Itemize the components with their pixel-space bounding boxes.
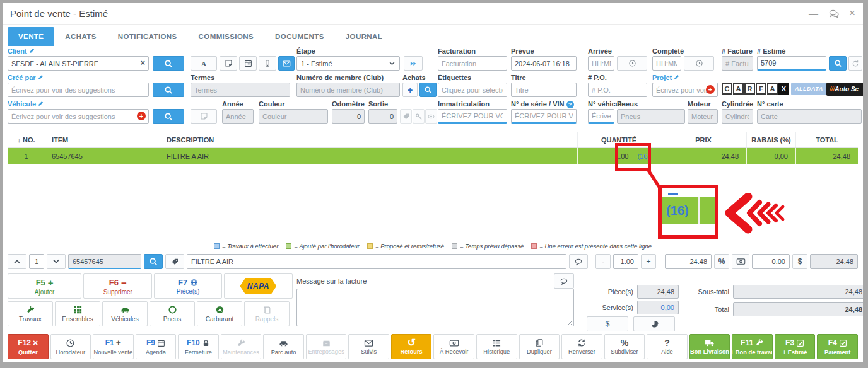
complete-input[interactable] xyxy=(652,56,681,71)
help-icon[interactable]: ? xyxy=(566,101,574,108)
row-up-button[interactable] xyxy=(8,254,26,269)
suivis-button[interactable]: Suivis xyxy=(348,334,389,359)
cree-par-label[interactable]: Créé par xyxy=(8,74,44,81)
item-number-input[interactable] xyxy=(68,254,141,269)
cree-par-search-button[interactable] xyxy=(153,83,184,97)
price-input[interactable] xyxy=(665,254,712,269)
client-directory-button[interactable]: A xyxy=(191,56,217,71)
achats-search-button[interactable] xyxy=(419,83,437,97)
agenda-button[interactable]: F9 Agenda xyxy=(136,334,177,359)
ensembles-button[interactable]: Ensembles xyxy=(55,301,100,326)
projet-add-icon[interactable]: + xyxy=(706,85,715,94)
item-search-button[interactable] xyxy=(144,254,163,269)
horodateur-button[interactable]: Horodateur xyxy=(50,334,91,359)
cree-par-input[interactable] xyxy=(8,83,149,97)
clear-client-icon[interactable]: × xyxy=(140,59,145,67)
autoserve-logo[interactable]: ///Auto Se xyxy=(826,83,868,96)
client-note-button[interactable] xyxy=(220,56,237,71)
subdiviser-button[interactable]: % Subdiviser xyxy=(604,334,645,359)
alldata-logo[interactable]: ALLDATA xyxy=(791,83,827,95)
client-mobile-button[interactable] xyxy=(259,56,276,71)
chat-icon[interactable] xyxy=(828,9,839,18)
retours-button[interactable]: ↺ Retours xyxy=(391,334,432,359)
f5-add-button[interactable]: F5+ Ajouter xyxy=(8,273,81,299)
table-row[interactable]: 1 65457645 FILTRE A AIR 1.00(16) 24,48 0… xyxy=(8,148,858,164)
prevue-input[interactable] xyxy=(511,56,577,71)
client-label[interactable]: Client xyxy=(8,47,35,55)
client-calendar-button[interactable] xyxy=(239,56,257,71)
paiement-button[interactable]: F4 Paiement xyxy=(817,334,858,359)
minimize-button[interactable]: — xyxy=(809,8,818,19)
tab-commissions[interactable]: COMMISSIONS xyxy=(188,27,264,46)
col-prix[interactable]: PRIX xyxy=(660,132,747,147)
vehicule-add-icon[interactable]: + xyxy=(137,112,146,120)
travaux-button[interactable]: Travaux xyxy=(8,301,53,326)
projet-label[interactable]: Projet xyxy=(652,74,680,81)
row-down-button[interactable] xyxy=(47,254,66,269)
eye-button[interactable] xyxy=(425,109,437,124)
carburant-button[interactable]: Carburant xyxy=(197,301,242,326)
client-email-button[interactable] xyxy=(278,56,295,71)
percent-button[interactable]: % xyxy=(714,254,729,269)
col-no[interactable]: ↓ NO. xyxy=(8,132,45,147)
col-description[interactable]: DESCRIPTION xyxy=(160,132,578,147)
tab-documents[interactable]: DOCUMENTS xyxy=(264,27,335,46)
col-quantite[interactable]: QUANTITÉ xyxy=(578,132,660,147)
col-item[interactable]: ITEM xyxy=(45,132,160,147)
quantity-note[interactable]: (16) xyxy=(637,152,650,160)
vehicule-input[interactable] xyxy=(8,109,149,124)
discount-input[interactable] xyxy=(752,254,790,269)
close-button[interactable]: × xyxy=(849,7,855,20)
tab-vente[interactable]: VENTE xyxy=(8,27,54,46)
etiquettes-input[interactable] xyxy=(438,83,507,97)
tab-achats[interactable]: ACHATS xyxy=(54,27,107,46)
estime-no-input[interactable] xyxy=(757,56,826,71)
historique-button[interactable]: Historique xyxy=(476,334,517,359)
qty-plus-button[interactable]: + xyxy=(641,254,656,269)
message-comment-button[interactable] xyxy=(554,273,574,289)
immatriculation-input[interactable] xyxy=(438,109,507,124)
carfax-logo[interactable]: CARFAX xyxy=(722,83,789,95)
estime-search-button[interactable] xyxy=(829,56,847,71)
vehicule-search-button[interactable] xyxy=(153,109,184,124)
vehicule-note-button[interactable] xyxy=(191,109,217,124)
arrivee-clock-button[interactable] xyxy=(617,56,647,71)
po-input[interactable] xyxy=(588,83,647,97)
col-total[interactable]: TOTAL xyxy=(796,132,858,147)
pneus-button[interactable]: Pneus xyxy=(150,301,195,326)
f7-parts-button[interactable]: F7 Pièce(s) xyxy=(154,273,221,299)
a-recevoir-button[interactable]: À Recevoir xyxy=(433,334,474,359)
facturation-input[interactable] xyxy=(438,56,507,71)
nouvelle-vente-button[interactable]: F1+ Nouvelle vente xyxy=(93,334,134,359)
key-button[interactable] xyxy=(413,109,425,124)
qty-minus-button[interactable]: - xyxy=(595,254,611,269)
description-input[interactable] xyxy=(187,254,566,269)
row-index-input[interactable] xyxy=(29,254,44,269)
dollar-button[interactable]: $ xyxy=(792,254,807,269)
no-vehicule-input[interactable] xyxy=(588,109,614,124)
bon-de-travail-button[interactable]: F11 + Bon de travail xyxy=(732,334,773,359)
fermeture-button[interactable]: F10 Fermeture xyxy=(178,334,219,359)
vehicules-button[interactable]: Véhicules xyxy=(102,301,148,326)
titre-input[interactable] xyxy=(511,83,577,97)
invoice-message-textarea[interactable] xyxy=(296,289,574,326)
item-tag-button[interactable] xyxy=(165,254,184,269)
tab-journal[interactable]: JOURNAL xyxy=(335,27,393,46)
tag-button[interactable] xyxy=(400,109,412,124)
arrivee-input[interactable] xyxy=(588,56,614,71)
etape-select[interactable]: 1 - Estimé xyxy=(296,56,400,71)
col-rabais[interactable]: RABAIS (%) xyxy=(747,132,796,147)
vin-input[interactable] xyxy=(511,109,577,124)
sortie-input[interactable] xyxy=(368,109,397,124)
f6-delete-button[interactable]: F6− Supprimer xyxy=(83,273,152,299)
qty-input[interactable] xyxy=(613,254,638,269)
resize-handle[interactable] xyxy=(566,319,572,325)
line-comment-button[interactable] xyxy=(569,254,588,269)
client-search-button[interactable] xyxy=(153,56,184,71)
pie-chart-button[interactable] xyxy=(633,316,675,331)
tab-notifications[interactable]: NOTIFICATIONS xyxy=(107,27,188,46)
parc-auto-button[interactable]: Parc auto xyxy=(263,334,304,359)
achats-add-button[interactable]: + xyxy=(402,83,418,97)
complete-clock-button[interactable] xyxy=(684,56,714,71)
money-button[interactable] xyxy=(732,254,749,269)
